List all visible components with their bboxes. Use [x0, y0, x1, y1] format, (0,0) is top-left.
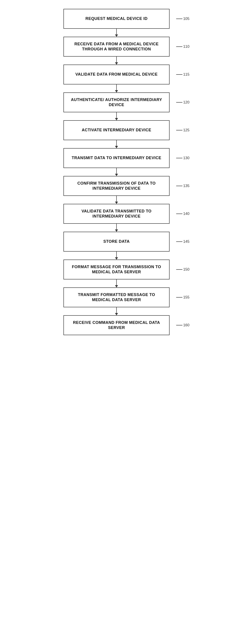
arrow-5	[116, 140, 117, 148]
arrow-2	[116, 56, 117, 64]
step-4-ref: 120	[176, 100, 190, 104]
step-2-box: RECEIVE DATA FROM A MEDICAL DEVICE THROU…	[64, 37, 170, 56]
step-6-ref: 130	[176, 156, 190, 160]
step-4-box: AUTHENTICATE/ AUTHORIZE INTERMEDIARY DEV…	[64, 92, 170, 112]
step-12: RECEIVE COMMAND FROM MEDICAL DATA SERVER…	[39, 315, 194, 335]
arrow-4	[116, 112, 117, 120]
arrow-3	[116, 84, 117, 92]
arrow-10	[116, 280, 117, 288]
step-1: REQUEST MEDICAL DEVICE ID105	[39, 9, 194, 29]
step-6-box: TRANSMIT DATA TO INTERMEDIARY DEVICE	[64, 148, 170, 168]
step-7-box: CONFIRM TRANSMISSION OF DATA TO INTERMED…	[64, 176, 170, 196]
arrow-11	[116, 307, 117, 315]
arrow-8	[116, 224, 117, 232]
arrow-1	[116, 29, 117, 37]
step-8: VALIDATE DATA TRANSMITTED TO INTERMEDIAR…	[39, 204, 194, 224]
step-3-ref: 115	[176, 72, 190, 77]
arrow-7	[116, 196, 117, 204]
arrow-9	[116, 252, 117, 260]
step-12-box: RECEIVE COMMAND FROM MEDICAL DATA SERVER	[64, 315, 170, 335]
step-2: RECEIVE DATA FROM A MEDICAL DEVICE THROU…	[39, 37, 194, 56]
arrow-6	[116, 168, 117, 176]
step-7: CONFIRM TRANSMISSION OF DATA TO INTERMED…	[39, 176, 194, 196]
step-7-ref: 135	[176, 184, 190, 188]
step-9-ref: 145	[176, 240, 190, 244]
step-4: AUTHENTICATE/ AUTHORIZE INTERMEDIARY DEV…	[39, 92, 194, 112]
step-6: TRANSMIT DATA TO INTERMEDIARY DEVICE130	[39, 148, 194, 168]
step-12-ref: 160	[176, 323, 190, 328]
step-2-ref: 110	[176, 44, 190, 49]
step-11-box: TRANSMIT FORMATTED MESSAGE TO MEDICAL DA…	[64, 288, 170, 307]
step-3-box: VALIDATE DATA FROM MEDICAL DEVICE	[64, 64, 170, 84]
step-1-ref: 105	[176, 16, 190, 21]
step-11-ref: 155	[176, 295, 190, 300]
step-8-ref: 140	[176, 212, 190, 216]
step-11: TRANSMIT FORMATTED MESSAGE TO MEDICAL DA…	[39, 288, 194, 307]
step-5-box: ACTIVATE INTERMEDIARY DEVICE	[64, 120, 170, 140]
step-5: ACTIVATE INTERMEDIARY DEVICE125	[39, 120, 194, 140]
step-1-box: REQUEST MEDICAL DEVICE ID	[64, 9, 170, 29]
step-9: STORE DATA145	[39, 232, 194, 252]
step-9-box: STORE DATA	[64, 232, 170, 252]
step-3: VALIDATE DATA FROM MEDICAL DEVICE115	[39, 64, 194, 84]
flowchart: REQUEST MEDICAL DEVICE ID105RECEIVE DATA…	[39, 9, 194, 335]
step-10-box: FORMAT MESSAGE FOR TRANSMISSION TO MEDIC…	[64, 260, 170, 280]
step-10: FORMAT MESSAGE FOR TRANSMISSION TO MEDIC…	[39, 260, 194, 280]
step-8-box: VALIDATE DATA TRANSMITTED TO INTERMEDIAR…	[64, 204, 170, 224]
step-5-ref: 125	[176, 128, 190, 132]
step-10-ref: 150	[176, 267, 190, 272]
